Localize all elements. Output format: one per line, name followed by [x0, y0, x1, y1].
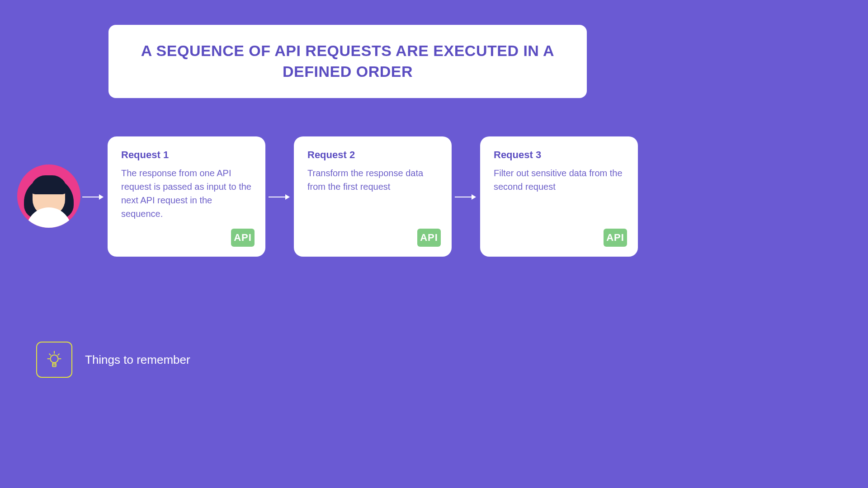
lightbulb-icon [36, 342, 72, 378]
card-title: Request 1 [121, 149, 252, 161]
request-card-2: Request 2 Transform the response data fr… [294, 136, 452, 257]
request-card-3: Request 3 Filter out sensitive data from… [480, 136, 638, 257]
api-badge: API [604, 229, 627, 247]
avatar-hair-top [31, 175, 67, 194]
arrow-icon [455, 197, 476, 197]
card-title: Request 2 [307, 149, 438, 161]
title-card: A SEQUENCE OF API REQUESTS ARE EXECUTED … [108, 25, 587, 98]
svg-line-5 [58, 354, 60, 356]
user-avatar [17, 164, 80, 228]
api-badge: API [231, 229, 255, 247]
card-text: Transform the response data from the fir… [307, 166, 438, 193]
card-text: The response from one API request is pas… [121, 166, 252, 221]
request-card-1: Request 1 The response from one API requ… [108, 136, 265, 257]
arrow-icon [269, 197, 289, 197]
arrow-icon [82, 197, 103, 197]
footer-label: Things to remember [85, 353, 190, 367]
footer-note: Things to remember [36, 342, 190, 378]
svg-line-4 [49, 354, 51, 356]
svg-point-0 [50, 355, 58, 362]
page-title: A SEQUENCE OF API REQUESTS ARE EXECUTED … [136, 41, 560, 82]
api-badge: API [417, 229, 441, 247]
card-text: Filter out sensitive data from the secon… [494, 166, 624, 193]
card-title: Request 3 [494, 149, 624, 161]
